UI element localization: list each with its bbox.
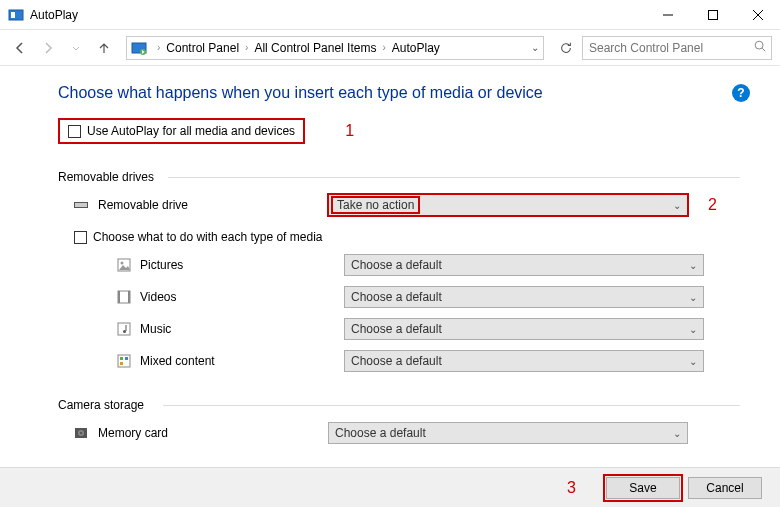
media-types-checkbox[interactable] xyxy=(74,231,87,244)
videos-value: Choose a default xyxy=(351,290,442,304)
use-autoplay-label: Use AutoPlay for all media and devices xyxy=(87,124,295,138)
window-title: AutoPlay xyxy=(30,8,645,22)
annotation-3: 3 xyxy=(567,479,576,497)
videos-icon xyxy=(116,289,132,305)
svg-rect-22 xyxy=(120,362,123,365)
chevron-down-icon: ⌄ xyxy=(689,292,697,303)
pictures-label: Pictures xyxy=(140,258,344,272)
music-combo[interactable]: Choose a default⌄ xyxy=(344,318,704,340)
svg-rect-15 xyxy=(118,291,120,303)
mixed-content-combo[interactable]: Choose a default⌄ xyxy=(344,350,704,372)
autoplay-location-icon xyxy=(131,40,147,56)
breadcrumb-control-panel[interactable]: Control Panel xyxy=(164,41,241,55)
removable-drive-combo[interactable]: Take no action ⌄ xyxy=(328,194,688,216)
memory-card-label: Memory card xyxy=(98,426,328,440)
annotation-1: 1 xyxy=(345,122,354,140)
search-input[interactable] xyxy=(587,40,753,56)
chevron-right-icon[interactable]: › xyxy=(378,42,389,53)
pictures-value: Choose a default xyxy=(351,258,442,272)
back-button[interactable] xyxy=(8,36,32,60)
music-value: Choose a default xyxy=(351,322,442,336)
music-label: Music xyxy=(140,322,344,336)
chevron-down-icon: ⌄ xyxy=(689,260,697,271)
svg-rect-21 xyxy=(125,357,128,360)
videos-label: Videos xyxy=(140,290,344,304)
memory-card-combo[interactable]: Choose a default⌄ xyxy=(328,422,688,444)
content-area: ? Choose what happens when you insert ea… xyxy=(0,66,780,467)
svg-rect-19 xyxy=(118,355,130,367)
autoplay-app-icon xyxy=(8,7,24,23)
breadcrumb-all-items[interactable]: All Control Panel Items xyxy=(252,41,378,55)
chevron-right-icon[interactable]: › xyxy=(153,42,164,53)
nav-bar: › Control Panel › All Control Panel Item… xyxy=(0,30,780,66)
chevron-down-icon: ⌄ xyxy=(673,428,681,439)
svg-rect-16 xyxy=(128,291,130,303)
pictures-combo[interactable]: Choose a default⌄ xyxy=(344,254,704,276)
svg-rect-17 xyxy=(118,323,130,335)
section-removable-drives: Removable drives xyxy=(58,170,740,184)
mixed-content-label: Mixed content xyxy=(140,354,344,368)
title-bar: AutoPlay xyxy=(0,0,780,30)
refresh-button[interactable] xyxy=(554,36,578,60)
mixed-content-icon xyxy=(116,353,132,369)
removable-drive-icon xyxy=(74,197,90,213)
section-camera-storage: Camera storage xyxy=(58,398,740,412)
minimize-button[interactable] xyxy=(645,0,690,29)
recent-dropdown[interactable] xyxy=(64,36,88,60)
page-heading: Choose what happens when you insert each… xyxy=(58,84,740,102)
memory-card-value: Choose a default xyxy=(335,426,426,440)
chevron-right-icon[interactable]: › xyxy=(241,42,252,53)
removable-drive-label: Removable drive xyxy=(98,198,328,212)
up-button[interactable] xyxy=(92,36,116,60)
svg-rect-3 xyxy=(708,10,717,19)
maximize-button[interactable] xyxy=(690,0,735,29)
annotation-2: 2 xyxy=(708,196,717,214)
search-box[interactable] xyxy=(582,36,772,60)
address-dropdown-icon[interactable]: ⌄ xyxy=(531,42,539,53)
chevron-down-icon: ⌄ xyxy=(689,324,697,335)
search-icon[interactable] xyxy=(753,39,767,56)
chevron-down-icon: ⌄ xyxy=(673,200,681,211)
svg-rect-11 xyxy=(75,203,87,207)
close-button[interactable] xyxy=(735,0,780,29)
use-autoplay-checkbox[interactable] xyxy=(68,125,81,138)
footer-bar: 3 Save Cancel xyxy=(0,467,780,507)
svg-point-18 xyxy=(123,330,126,333)
annotation-box-1: Use AutoPlay for all media and devices xyxy=(58,118,305,144)
memory-card-icon xyxy=(74,425,90,441)
svg-rect-1 xyxy=(11,12,15,18)
svg-point-25 xyxy=(80,432,83,435)
music-icon xyxy=(116,321,132,337)
svg-line-9 xyxy=(762,48,765,51)
videos-combo[interactable]: Choose a default⌄ xyxy=(344,286,704,308)
cancel-button[interactable]: Cancel xyxy=(688,477,762,499)
help-icon[interactable]: ? xyxy=(732,84,750,102)
mixed-value: Choose a default xyxy=(351,354,442,368)
svg-rect-20 xyxy=(120,357,123,360)
removable-drive-value: Take no action xyxy=(331,196,420,214)
forward-button[interactable] xyxy=(36,36,60,60)
svg-point-8 xyxy=(755,41,763,49)
chevron-down-icon: ⌄ xyxy=(689,356,697,367)
svg-point-13 xyxy=(121,262,124,265)
breadcrumb-autoplay[interactable]: AutoPlay xyxy=(390,41,442,55)
save-button[interactable]: Save xyxy=(606,477,680,499)
pictures-icon xyxy=(116,257,132,273)
media-types-label: Choose what to do with each type of medi… xyxy=(93,230,322,244)
address-bar[interactable]: › Control Panel › All Control Panel Item… xyxy=(126,36,544,60)
